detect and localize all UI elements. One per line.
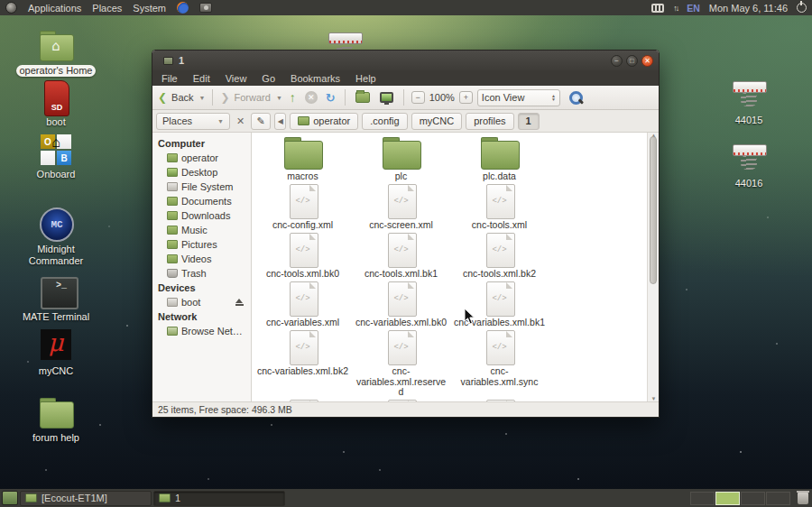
network-arrows-icon[interactable]: ↑↓ bbox=[673, 4, 678, 13]
maximize-button[interactable]: □ bbox=[626, 55, 638, 67]
screenshot-icon[interactable] bbox=[199, 3, 212, 13]
workspace-switcher bbox=[690, 492, 790, 505]
workspace-cell[interactable] bbox=[741, 492, 765, 505]
file-icon bbox=[478, 332, 521, 364]
breadcrumb-scroll-left-button[interactable]: ◀ bbox=[274, 113, 286, 130]
taskbar-item[interactable]: 1 bbox=[153, 491, 285, 506]
sidebar-entry[interactable]: Music bbox=[152, 223, 251, 237]
eject-icon[interactable] bbox=[235, 299, 244, 306]
breadcrumb-button[interactable]: myCNC bbox=[411, 113, 463, 130]
menu-applications[interactable]: Applications bbox=[28, 3, 81, 14]
menubar-item[interactable]: Edit bbox=[193, 73, 210, 84]
back-chevron-icon: ❮ bbox=[158, 91, 167, 104]
breadcrumb-button[interactable]: profiles bbox=[466, 113, 513, 130]
desktop-icon[interactable]: ⌂ boot bbox=[9, 80, 103, 129]
mate-menu-icon[interactable] bbox=[5, 2, 17, 14]
file-item[interactable]: cnc-tools.xml.bk2 bbox=[450, 231, 549, 280]
forward-button[interactable]: Forward bbox=[235, 92, 271, 103]
keyboard-indicator-icon[interactable] bbox=[651, 4, 664, 13]
menubar-item[interactable]: File bbox=[161, 73, 178, 84]
stop-button[interactable]: ✕ bbox=[305, 91, 318, 104]
sidebar-entry[interactable]: Downloads bbox=[152, 208, 251, 223]
file-item[interactable]: editor.xml bbox=[450, 398, 549, 402]
file-item[interactable]: plc bbox=[352, 134, 450, 182]
desktop-icon[interactable]: 44016 bbox=[720, 142, 778, 190]
file-name: cnc-variables.xml bbox=[266, 318, 339, 328]
file-item[interactable]: cnc-tools.xml bbox=[450, 182, 549, 231]
file-item[interactable]: cnc-tools.xml.bk1 bbox=[352, 231, 450, 280]
scrollbar-thumb[interactable] bbox=[650, 136, 657, 284]
home-button[interactable] bbox=[355, 92, 370, 103]
menubar-item[interactable]: Go bbox=[262, 73, 275, 84]
edit-location-button[interactable]: ✎ bbox=[251, 113, 271, 130]
file-icon bbox=[380, 235, 423, 266]
file-item[interactable]: cnc-variables.xml bbox=[254, 280, 352, 328]
sidebar-entry[interactable]: Documents bbox=[152, 194, 251, 208]
file-item[interactable]: cnc-variables.xml.bk0 bbox=[352, 280, 450, 328]
sidebar-entry[interactable]: Browse Net… bbox=[152, 324, 251, 338]
sidebar-entry[interactable]: File System bbox=[152, 180, 251, 194]
workspace-cell[interactable] bbox=[715, 492, 740, 505]
breadcrumb-button[interactable]: .config bbox=[362, 113, 407, 130]
file-item[interactable]: cnc-config.xml bbox=[254, 182, 352, 231]
desktop-icon[interactable]: ⌂ forum help bbox=[9, 396, 103, 445]
file-name: plc bbox=[395, 171, 407, 182]
menu-system[interactable]: System bbox=[133, 3, 166, 14]
file-item[interactable]: diagnose.xml bbox=[352, 398, 450, 402]
close-button[interactable]: ✕ bbox=[641, 55, 653, 67]
trash-icon[interactable] bbox=[798, 493, 808, 504]
workspace-cell[interactable] bbox=[690, 492, 715, 505]
menubar-item[interactable]: Bookmarks bbox=[291, 73, 340, 84]
language-indicator[interactable]: EN bbox=[687, 3, 700, 14]
file-item[interactable]: cnc-variables.xml.bk2 bbox=[254, 328, 352, 398]
minimize-button[interactable]: − bbox=[611, 55, 623, 67]
sidebar-entry[interactable]: Desktop bbox=[152, 165, 251, 180]
back-button[interactable]: Back bbox=[171, 92, 193, 103]
file-item[interactable]: cnc-screen.xml bbox=[352, 182, 450, 231]
places-select[interactable]: Places ▼ bbox=[156, 113, 230, 130]
desktop-icon[interactable]: ⌂ myCNC bbox=[9, 329, 103, 378]
power-icon[interactable] bbox=[797, 3, 807, 13]
sidebar-entry[interactable]: Pictures bbox=[152, 237, 251, 252]
menubar-item[interactable]: Help bbox=[355, 73, 376, 84]
menu-places[interactable]: Places bbox=[92, 3, 122, 14]
sidebar-entry[interactable]: Videos bbox=[152, 252, 251, 266]
clock[interactable]: Mon May 6, 11:46 bbox=[709, 3, 788, 14]
up-button[interactable]: ↑ bbox=[290, 90, 296, 105]
firefox-icon[interactable] bbox=[177, 2, 189, 14]
file-icon bbox=[380, 283, 423, 315]
scroll-down-icon[interactable]: ▼ bbox=[648, 396, 660, 401]
view-mode-select[interactable]: Icon View ▲▼ bbox=[477, 89, 560, 106]
file-item[interactable]: cnc-variables.xml.reserved bbox=[352, 328, 450, 398]
show-desktop-button[interactable] bbox=[2, 491, 18, 505]
file-item[interactable]: cnc-variables.xml.sync bbox=[450, 328, 549, 398]
file-item[interactable]: 5 Axe description bbox=[254, 398, 352, 402]
taskbar-item[interactable]: [Ecocut-ET1M] bbox=[20, 491, 152, 506]
desktop-icon[interactable]: 44015 bbox=[720, 78, 778, 127]
desktop-icon[interactable]: ⌂ Midnight Commander bbox=[9, 207, 103, 268]
file-item[interactable]: cnc-tools.xml.bk0 bbox=[254, 231, 352, 280]
back-dropdown-icon[interactable]: ▼ bbox=[199, 95, 206, 101]
forward-dropdown-icon[interactable]: ▼ bbox=[276, 95, 282, 101]
menubar-item[interactable]: View bbox=[226, 73, 247, 84]
file-item[interactable]: cnc-variables.xml.bk1 bbox=[450, 280, 549, 328]
search-icon[interactable] bbox=[568, 90, 583, 105]
zoom-out-button[interactable]: − bbox=[411, 91, 425, 104]
file-item[interactable]: plc.data bbox=[450, 134, 549, 182]
breadcrumb-button[interactable]: operator bbox=[290, 113, 358, 130]
zoom-in-button[interactable]: + bbox=[459, 91, 473, 104]
file-item[interactable]: macros bbox=[254, 134, 352, 182]
desktop-icon[interactable]: ⌂ operator's Home bbox=[9, 29, 103, 78]
titlebar[interactable]: 1 − □ ✕ bbox=[152, 51, 659, 70]
sidebar-entry[interactable]: operator bbox=[152, 151, 251, 165]
desktop-icon[interactable]: ⌂ Onboard bbox=[9, 134, 103, 181]
workspace-cell[interactable] bbox=[766, 492, 790, 505]
refresh-button[interactable]: ↻ bbox=[326, 91, 336, 105]
computer-button[interactable] bbox=[380, 92, 393, 103]
desktop-icon[interactable]: ⌂ MATE Terminal bbox=[9, 275, 103, 324]
vertical-scrollbar[interactable]: ▲ ▼ bbox=[647, 133, 659, 401]
close-sidebar-icon[interactable]: ✕ bbox=[234, 115, 247, 127]
breadcrumb-button[interactable]: 1 bbox=[518, 113, 540, 130]
sidebar-entry: Devices bbox=[152, 281, 251, 295]
sidebar-entry[interactable]: Trash bbox=[152, 266, 251, 281]
